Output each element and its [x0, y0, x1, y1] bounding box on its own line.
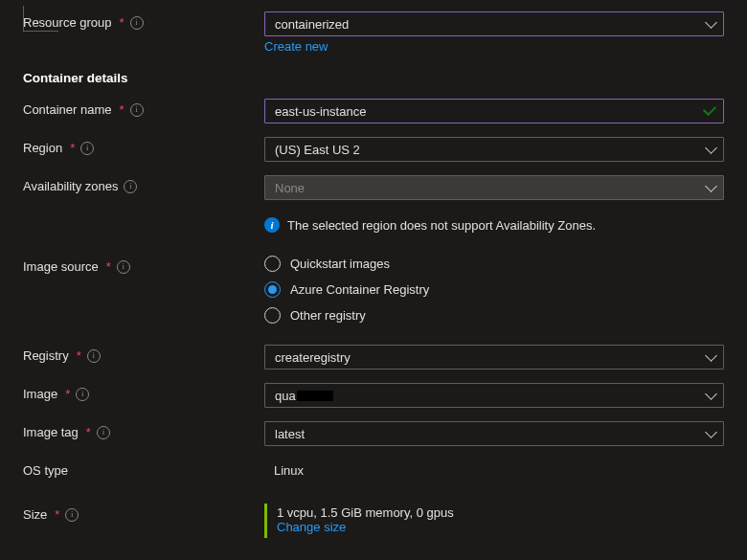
- container-name-value: east-us-instance: [275, 104, 366, 119]
- resource-group-value: containerized: [275, 17, 349, 32]
- availability-zones-select: None: [264, 175, 724, 200]
- availability-zones-value: None: [275, 181, 305, 195]
- image-value: qua: [275, 389, 296, 403]
- chevron-down-icon: [705, 426, 717, 438]
- region-select[interactable]: (US) East US 2: [264, 137, 724, 162]
- image-tag-value: latest: [275, 427, 305, 441]
- info-icon[interactable]: i: [130, 16, 144, 30]
- redacted-block: [297, 391, 333, 401]
- image-tag-select[interactable]: latest: [264, 421, 724, 446]
- info-icon[interactable]: i: [76, 388, 89, 401]
- radio-azure-container-registry[interactable]: Azure Container Registry: [264, 281, 724, 298]
- size-value: 1 vcpu, 1.5 GiB memory, 0 gpus: [277, 505, 724, 520]
- image-source-radio-group: Quickstart images Azure Container Regist…: [264, 256, 724, 324]
- radio-other-registry[interactable]: Other registry: [264, 307, 724, 324]
- chevron-down-icon: [705, 349, 717, 362]
- required-asterisk: *: [77, 348, 81, 363]
- chevron-down-icon: [705, 180, 717, 192]
- required-asterisk: *: [55, 507, 59, 522]
- container-name-input[interactable]: east-us-instance: [264, 99, 724, 123]
- info-icon[interactable]: i: [97, 426, 110, 439]
- os-type-label: OS type: [23, 463, 68, 478]
- radio-quickstart-images[interactable]: Quickstart images: [264, 256, 724, 272]
- registry-select[interactable]: createregistry: [264, 345, 724, 370]
- region-value: (US) East US 2: [275, 143, 360, 157]
- info-icon[interactable]: i: [87, 349, 101, 363]
- create-new-link[interactable]: Create new: [264, 39, 328, 54]
- radio-dot-icon: [264, 281, 281, 298]
- radio-quickstart-label: Quickstart images: [290, 257, 390, 271]
- container-name-label: Container name: [23, 102, 112, 117]
- size-label: Size: [23, 507, 47, 522]
- info-icon[interactable]: i: [65, 508, 79, 522]
- size-box: 1 vcpu, 1.5 GiB memory, 0 gpus Change si…: [264, 504, 724, 538]
- change-size-link[interactable]: Change size: [277, 520, 346, 534]
- required-asterisk: *: [65, 387, 70, 401]
- image-source-label: Image source: [23, 259, 99, 274]
- info-icon[interactable]: i: [117, 260, 130, 274]
- required-asterisk: *: [106, 259, 111, 274]
- registry-label: Registry: [23, 348, 69, 363]
- info-icon[interactable]: i: [124, 180, 137, 193]
- info-icon[interactable]: i: [130, 103, 144, 117]
- radio-other-label: Other registry: [290, 308, 366, 323]
- outline-fragment: [23, 6, 58, 32]
- os-type-value: Linux: [264, 459, 724, 478]
- region-label: Region: [23, 141, 62, 155]
- chevron-down-icon: [705, 142, 717, 154]
- chevron-down-icon: [705, 388, 717, 400]
- info-icon[interactable]: i: [80, 142, 94, 155]
- availability-zones-info: i The selected region does not support A…: [264, 217, 724, 233]
- image-tag-label: Image tag: [23, 425, 79, 439]
- chevron-down-icon: [705, 16, 717, 29]
- required-asterisk: *: [120, 102, 124, 117]
- required-asterisk: *: [120, 15, 124, 30]
- image-select[interactable]: qua: [264, 383, 724, 408]
- radio-dot-icon: [264, 256, 281, 272]
- required-asterisk: *: [70, 141, 75, 155]
- container-details-heading: Container details: [23, 71, 724, 85]
- image-label: Image: [23, 387, 57, 401]
- resource-group-select[interactable]: containerized: [264, 11, 724, 36]
- info-badge-icon: i: [264, 217, 280, 233]
- required-asterisk: *: [86, 425, 91, 439]
- radio-acr-label: Azure Container Registry: [290, 282, 429, 297]
- registry-value: createregistry: [275, 350, 351, 365]
- availability-zones-info-text: The selected region does not support Ava…: [287, 218, 596, 233]
- radio-dot-icon: [264, 307, 281, 324]
- availability-zones-label: Availability zones: [23, 179, 118, 193]
